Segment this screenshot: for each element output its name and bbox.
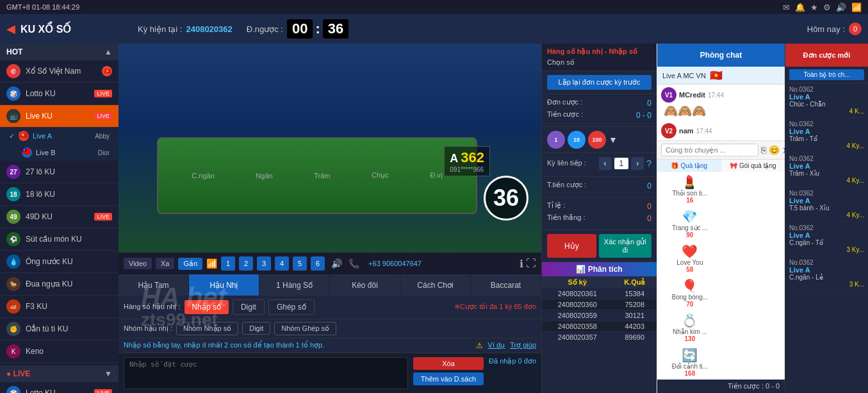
sidebar-item-live-b[interactable]: - 🇹🇼 Live B Dior	[0, 144, 119, 161]
game-tabs: Hậu Tam Hậu Nhị 1 Hàng Số Kèo đôi Cách C…	[119, 274, 541, 296]
sidebar-item-dua-ngua[interactable]: 🐎 Đua ngựa KU	[0, 273, 119, 296]
sidebar-item-sut-cau[interactable]: ⚽ Sút cầu món KU	[0, 228, 119, 251]
sidebar-item-27-lo[interactable]: 27 27 lô KU	[0, 161, 119, 183]
tab-keo-doi[interactable]: Kèo đôi	[330, 274, 400, 296]
sidebar-item-live-a[interactable]: ✓ 🇻🇳 Live A Abby	[0, 128, 119, 144]
nhom-digit-btn[interactable]: Digit	[242, 322, 270, 335]
xac-nhan-btn[interactable]: Xác nhận gửi đi	[599, 234, 651, 258]
main-layout: HOT ▲ 🎯 Xổ Số Việt Nam 🇻🇳 🎲 Lotto KU LIV…	[0, 44, 868, 393]
nhap-so-btn[interactable]: Nhập số	[184, 300, 229, 314]
ctrl-num-3[interactable]: 3	[257, 256, 271, 271]
ctrl-num-4[interactable]: 4	[275, 256, 289, 271]
sidebar-item-lotto-ku[interactable]: 🎲 Lotto KU LIVE	[0, 83, 119, 105]
gift-item-3[interactable]: 🎈 Bong bóng... 70	[661, 278, 719, 308]
avatar-mcredit: V1	[661, 87, 676, 103]
don-cuoc-label: Đơn cược :	[547, 98, 582, 106]
gift-item-0[interactable]: 💄 Thỏi son ti... 16	[661, 174, 719, 204]
gift-item-5[interactable]: 🔄 Đổi cảnh ti... 168	[661, 347, 719, 377]
toan-bo-btn[interactable]: Toàn bộ trò ch...	[789, 69, 864, 80]
tab-hau-nhi[interactable]: Hậu Nhị	[189, 274, 259, 296]
bh-entry-0: No.0362 Live A Chúc - Chẵn 4 K...	[785, 83, 868, 118]
sidebar-item-lotto-ku-2[interactable]: 🎲 Lotto KU LIVE	[0, 382, 119, 393]
nhom-nhap-so-btn[interactable]: Nhóm Nhập số	[176, 322, 238, 335]
gift-item-1[interactable]: 💎 Trang sức ... 90	[661, 209, 719, 238]
sidebar-item-oan[interactable]: ✊ Oẳn tù tì KU	[0, 318, 119, 340]
bh-toan-bo: Toàn bộ trò ch...	[785, 67, 868, 83]
digit-btn[interactable]: Digit	[233, 299, 265, 315]
pt-row-4: 2408020357 89690	[542, 332, 657, 343]
tab-1-hang-so[interactable]: 1 Hàng Số	[259, 274, 330, 296]
ctrl-num-2[interactable]: 2	[239, 256, 253, 271]
sut-cau-label: Sút cầu món KU	[26, 235, 112, 244]
sidebar-item-xo-so-vn[interactable]: 🎯 Xổ Số Việt Nam 🇻🇳	[0, 60, 119, 83]
live-b-dot: 🇹🇼	[22, 147, 32, 158]
logo-text: KU XỔ SỐ	[20, 23, 71, 35]
ti-le-label: Tỉ lệ :	[547, 201, 565, 210]
tien-cuoc-bottom: Tiền cược : 0 - 0	[657, 380, 785, 393]
ghep-so-btn[interactable]: Ghép số	[268, 299, 315, 315]
chip-1[interactable]: 1	[547, 131, 565, 149]
inst-links: ⚠ Ví dụ Trợ giúp	[476, 341, 536, 350]
sidebar-item-keno[interactable]: K Keno	[0, 340, 119, 363]
gift-tab-2[interactable]: 🎀 Gói quà tặng	[721, 160, 785, 172]
gift-tab-1[interactable]: 🎁 Quà tặng	[657, 160, 721, 172]
countdown-box: 00 : 36	[287, 19, 348, 38]
gan-btn[interactable]: Gần	[178, 258, 202, 270]
sidebar-item-49d[interactable]: 49 49D KU LIVE	[0, 206, 119, 228]
chip-100[interactable]: 100	[588, 131, 606, 149]
chip-10[interactable]: 10	[568, 131, 585, 149]
pt-k-qua-0: 15384	[613, 288, 657, 299]
username-nam: nam	[679, 127, 694, 135]
bh-entry-3: No.0362 Live A T.5 bành - Xỉu 4 Ky...	[785, 187, 868, 222]
huy-btn[interactable]: Hủy	[547, 234, 596, 258]
tab-hau-tam[interactable]: Hậu Tam	[119, 274, 189, 296]
sidebar-item-ong-nuoc[interactable]: 💧 Óng nước KU	[0, 251, 119, 273]
gift-item-4[interactable]: 💍 Nhẫn kim ... 130	[661, 313, 719, 342]
gift-item-2[interactable]: ❤️ Love You 58	[661, 244, 719, 273]
emoji-btn-icon[interactable]: 😊	[769, 145, 780, 155]
hom-nay-val: 0	[849, 22, 862, 35]
rp-ti-le: Tỉ lệ : 0 Tiền thắng : 0	[542, 197, 657, 230]
chevron-down-icon[interactable]: ▼	[104, 369, 112, 378]
sidebar-item-live-ku[interactable]: 📺 Live KU LIVE	[0, 105, 119, 128]
instructions: Nhập số bằng tay, nhập ít nhất 2 con số …	[119, 338, 541, 353]
vi-du-link[interactable]: Ví dụ	[488, 341, 505, 350]
info-icon[interactable]: ℹ	[520, 258, 523, 270]
pt-so-ky-1: 2408020360	[542, 299, 613, 310]
bh-amount-5: 3 K...	[789, 281, 864, 288]
lotto-icon: 🎲	[6, 87, 20, 101]
sidebar-item-f3[interactable]: 🏎 F3 KU	[0, 296, 119, 318]
chat-input[interactable]	[661, 144, 758, 156]
sidebar-item-18-lo[interactable]: 18 18 lô KU	[0, 183, 119, 206]
time-separator: :	[315, 21, 320, 37]
volume-ctrl-icon[interactable]: 🔊	[331, 258, 342, 269]
help-icon[interactable]: ?	[646, 158, 651, 169]
time-ss: 36	[323, 19, 348, 38]
tro-giup-link[interactable]: Trợ giúp	[510, 341, 536, 350]
nhom-ghep-so-btn[interactable]: Nhóm Ghép số	[274, 322, 336, 335]
ctrl-num-1[interactable]: 1	[221, 256, 235, 271]
lap-lai-btn[interactable]: Lặp lại đơn cược kỳ trước	[547, 75, 651, 90]
tab-baccarat[interactable]: Baccarat	[471, 274, 541, 296]
ky-next-btn[interactable]: ›	[631, 157, 644, 170]
gift-items: 💄 Thỏi son ti... 16 💎 Trang sức ... 90 ❤…	[657, 172, 785, 380]
xa-btn[interactable]: Xa	[156, 258, 174, 269]
bet-textarea[interactable]	[124, 357, 408, 389]
xoa-btn[interactable]: Xóa	[413, 357, 484, 370]
expand-icon[interactable]: ⛶	[526, 258, 536, 270]
ctrl-num-6[interactable]: 6	[311, 256, 325, 271]
ky-prev-btn[interactable]: ‹	[599, 157, 612, 170]
game-table: C.ngăn Ngăn Trăm Chục Đ.vị	[157, 137, 477, 214]
chip-expand-icon[interactable]: ▼	[609, 135, 618, 145]
middle-section: C.ngăn Ngăn Trăm Chục Đ.vị A 362 091****…	[119, 44, 541, 393]
ky-lien-row: Kỳ liên tiếp : ‹ 1 › ?	[547, 157, 651, 170]
chevron-up-icon[interactable]: ▲	[104, 47, 112, 56]
video-btn[interactable]: Video	[124, 258, 152, 269]
volume-icon: 🔊	[836, 3, 846, 12]
them-vao-btn[interactable]: Thêm vào D.sách	[413, 372, 484, 385]
xo-so-badge: 🇻🇳	[102, 66, 112, 76]
pt-row-1: 2408020360 75208	[542, 299, 657, 310]
copy-icon[interactable]: ⎘	[761, 145, 766, 155]
ctrl-num-5[interactable]: 5	[293, 256, 307, 271]
tab-cach-choi[interactable]: Cách Chơi	[400, 274, 471, 296]
